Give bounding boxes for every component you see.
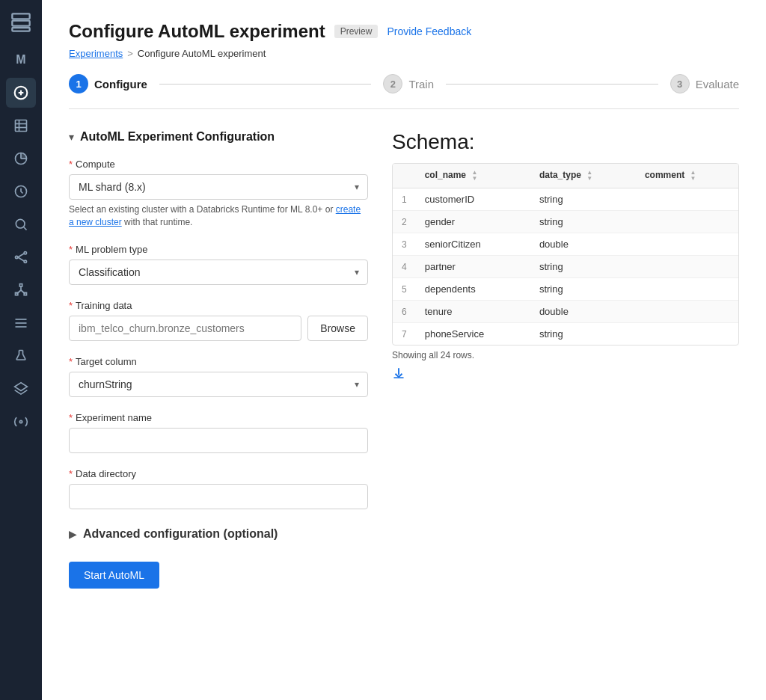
table-row: 7 phoneService string — [393, 323, 738, 346]
data-directory-field-group: * Data directory dbfs:/kasey.uhlenhuth@d… — [69, 468, 368, 509]
compute-hint: Select an existing cluster with a Databr… — [69, 203, 368, 229]
row-comment — [636, 323, 738, 346]
sidebar-item-broadcast[interactable] — [6, 407, 36, 437]
ml-problem-type-required-star: * — [69, 244, 73, 255]
sidebar-item-tree[interactable] — [6, 275, 36, 305]
page-header: Configure AutoML experiment Preview Prov… — [69, 21, 739, 42]
experiment-name-required-star: * — [69, 412, 73, 423]
sidebar-item-flask[interactable] — [6, 341, 36, 371]
schema-col-col-name[interactable]: col_name ▲▼ — [416, 164, 530, 188]
row-col-name: dependents — [416, 278, 530, 301]
sidebar-item-layers[interactable] — [6, 374, 36, 404]
breadcrumb-separator: > — [127, 48, 133, 59]
browse-button[interactable]: Browse — [307, 316, 368, 341]
download-icon[interactable] — [392, 366, 739, 384]
sidebar-item-m[interactable]: M — [6, 45, 36, 75]
schema-column: Schema: col_name ▲▼ data_type ▲▼ — [392, 130, 739, 384]
row-comment — [636, 188, 738, 211]
step-1-circle: 1 — [69, 74, 88, 93]
sidebar: M — [0, 0, 42, 700]
svg-point-14 — [16, 219, 25, 228]
sidebar-item-table[interactable] — [6, 111, 36, 141]
schema-col-index — [393, 164, 416, 188]
svg-rect-32 — [393, 377, 404, 378]
sidebar-item-clock[interactable] — [6, 176, 36, 206]
training-data-input[interactable] — [69, 316, 301, 341]
form-column: ▾ AutoML Experiment Configuration * Comp… — [69, 130, 368, 589]
row-number: 6 — [393, 301, 416, 323]
step-train[interactable]: 2 Train — [383, 74, 434, 93]
svg-rect-21 — [19, 284, 22, 286]
sidebar-logo[interactable] — [7, 9, 34, 36]
row-comment — [636, 278, 738, 301]
compute-select[interactable]: ML shard (8.x) — [69, 174, 368, 200]
row-data-type: string — [530, 256, 636, 278]
compute-select-wrapper: ML shard (8.x) — [69, 174, 368, 200]
schema-title: Schema: — [392, 130, 739, 154]
step-2-label: Train — [408, 78, 434, 90]
ml-problem-type-label: * ML problem type — [69, 244, 368, 255]
advanced-configuration-section[interactable]: ▶ Advanced configuration (optional) — [69, 527, 368, 541]
schema-col-data-type[interactable]: data_type ▲▼ — [530, 164, 636, 188]
row-data-type: string — [530, 188, 636, 211]
training-data-required-star: * — [69, 300, 73, 311]
page-title: Configure AutoML experiment — [69, 21, 325, 42]
experiment-name-input[interactable]: churn_prediction — [69, 428, 368, 453]
svg-line-15 — [24, 227, 27, 230]
row-col-name: partner — [416, 256, 530, 278]
svg-rect-6 — [16, 120, 27, 132]
data-directory-label: * Data directory — [69, 468, 368, 479]
ml-problem-type-select-wrapper: Classification — [69, 260, 368, 285]
svg-rect-1 — [12, 21, 29, 26]
section-chevron-icon: ▾ — [69, 131, 74, 143]
svg-marker-30 — [15, 383, 28, 391]
step-line-1 — [159, 84, 372, 85]
feedback-link[interactable]: Provide Feedback — [387, 25, 471, 37]
row-data-type: double — [530, 301, 636, 323]
sidebar-item-chart[interactable] — [6, 144, 36, 174]
section-title: AutoML Experiment Configuration — [80, 130, 275, 144]
breadcrumb-parent[interactable]: Experiments — [69, 48, 123, 59]
svg-rect-0 — [12, 13, 29, 19]
svg-line-20 — [18, 257, 24, 261]
ml-problem-type-field-group: * ML problem type Classification — [69, 244, 368, 285]
sidebar-item-list[interactable] — [6, 308, 36, 338]
step-3-circle: 3 — [670, 74, 690, 93]
row-col-name: gender — [416, 211, 530, 233]
comment-sort-icon: ▲▼ — [690, 170, 696, 182]
row-data-type: string — [530, 323, 636, 346]
table-row: 2 gender string — [393, 211, 738, 233]
breadcrumb-current: Configure AutoML experiment — [138, 48, 266, 59]
compute-label: * Compute — [69, 159, 368, 170]
experiment-name-field-group: * Experiment name churn_prediction — [69, 412, 368, 453]
step-3-label: Evaluate — [696, 78, 739, 90]
data-type-sort-icon: ▲▼ — [586, 170, 592, 182]
start-automl-button[interactable]: Start AutoML — [69, 562, 159, 589]
data-directory-input[interactable]: dbfs:/kasey.uhlenhuth@databricks.com/aut… — [69, 484, 368, 509]
row-comment — [636, 211, 738, 233]
schema-col-comment[interactable]: comment ▲▼ — [636, 164, 738, 188]
sidebar-item-search[interactable] — [6, 209, 36, 239]
main-content: Configure AutoML experiment Preview Prov… — [42, 0, 766, 700]
row-col-name: seniorCitizen — [416, 233, 530, 256]
col-name-sort-icon: ▲▼ — [471, 170, 477, 182]
step-evaluate[interactable]: 3 Evaluate — [670, 74, 739, 93]
row-number: 7 — [393, 323, 416, 346]
section-header[interactable]: ▾ AutoML Experiment Configuration — [69, 130, 368, 144]
schema-table-wrap: col_name ▲▼ data_type ▲▼ comment ▲▼ — [392, 163, 739, 346]
ml-problem-type-select[interactable]: Classification — [69, 260, 368, 285]
target-column-select[interactable]: churnString — [69, 372, 368, 397]
row-data-type: string — [530, 211, 636, 233]
svg-rect-2 — [12, 28, 29, 31]
row-number: 5 — [393, 278, 416, 301]
row-comment — [636, 301, 738, 323]
target-column-required-star: * — [69, 356, 73, 367]
schema-table: col_name ▲▼ data_type ▲▼ comment ▲▼ — [393, 164, 738, 345]
sidebar-item-graph[interactable] — [6, 242, 36, 272]
stepper: 1 Configure 2 Train 3 Evaluate — [69, 74, 739, 109]
advanced-chevron-icon: ▶ — [69, 528, 77, 540]
table-row: 4 partner string — [393, 256, 738, 278]
target-column-label: * Target column — [69, 356, 368, 367]
sidebar-item-add[interactable] — [6, 78, 36, 108]
step-configure[interactable]: 1 Configure — [69, 74, 147, 93]
